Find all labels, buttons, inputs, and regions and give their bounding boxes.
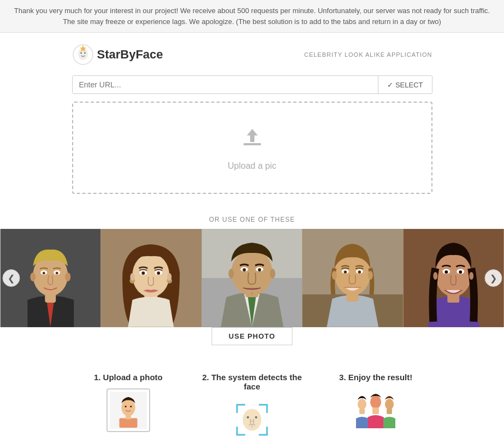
svg-point-49: [358, 270, 361, 274]
svg-point-76: [252, 426, 253, 427]
svg-point-73: [252, 421, 253, 422]
svg-point-67: [130, 406, 132, 408]
upload-zone[interactable]: Upload a pic: [72, 102, 432, 194]
use-photo-button[interactable]: USE PHOTO: [212, 327, 292, 345]
step-3: 3. Enjoy the result!: [319, 373, 432, 437]
app-header: StarByFace CELEBRITY LOOK ALIKE APPLICAT…: [72, 44, 432, 66]
or-use-label: OR USE ONE OF THESE: [0, 216, 504, 223]
url-row: ✓ SELECT: [72, 75, 432, 94]
svg-point-14: [42, 272, 45, 275]
logo-area: StarByFace: [72, 44, 163, 66]
svg-rect-63: [119, 418, 137, 428]
step-1-title: 1. Upload a photo: [72, 373, 185, 382]
svg-point-51: [368, 271, 373, 280]
svg-rect-78: [372, 408, 379, 414]
carousel-section: OR USE ONE OF THESE: [0, 216, 504, 345]
step-3-icon: [354, 388, 398, 432]
steps-section: 1. Upload a photo: [72, 373, 432, 437]
svg-point-3: [84, 52, 85, 54]
svg-point-79: [358, 399, 366, 410]
svg-point-71: [247, 417, 248, 418]
svg-point-17: [65, 273, 70, 281]
svg-point-61: [469, 272, 473, 280]
notice-text: Thank you very much for your interest in…: [14, 7, 490, 26]
svg-point-36: [242, 268, 246, 271]
svg-point-77: [370, 395, 381, 409]
face-man2-svg: [303, 229, 404, 327]
carousel-next-button[interactable]: ❯: [484, 269, 502, 287]
step-2-icon: [230, 398, 274, 437]
upload-label: Upload a pic: [84, 161, 420, 171]
carousel-item-4[interactable]: [303, 229, 404, 327]
svg-point-50: [332, 271, 337, 280]
svg-point-40: [251, 292, 253, 294]
face-detect-icon: [232, 399, 272, 438]
face-arnie-svg: [201, 229, 303, 327]
svg-point-29: [167, 273, 171, 281]
logo-icon: [72, 44, 94, 66]
svg-point-2: [80, 52, 81, 54]
face-woman1-svg: [101, 229, 202, 327]
svg-point-48: [344, 270, 347, 274]
svg-point-27: [157, 271, 160, 275]
svg-point-16: [30, 273, 35, 281]
carousel-prev-button[interactable]: ❮: [2, 269, 20, 287]
svg-point-74: [249, 424, 250, 426]
carousel-outer: ❮ ❯: [0, 229, 504, 327]
svg-point-37: [258, 268, 261, 271]
carousel-item-2[interactable]: [101, 229, 202, 327]
url-input[interactable]: [73, 76, 378, 93]
svg-rect-5: [244, 143, 261, 145]
logo-text: StarByFace: [97, 48, 163, 62]
svg-rect-80: [359, 409, 365, 414]
upload-icon: [84, 125, 420, 156]
upload-arrow-icon: [239, 125, 265, 151]
svg-point-39: [270, 269, 275, 279]
app-subtitle: CELEBRITY LOOK ALIKE APPLICATION: [304, 51, 432, 58]
use-photo-wrap: USE PHOTO: [0, 327, 504, 345]
step-1-icon: [106, 388, 150, 432]
svg-point-60: [433, 272, 437, 280]
step-1: 1. Upload a photo: [72, 373, 185, 437]
step-3-title: 3. Enjoy the result!: [319, 373, 432, 382]
svg-point-59: [459, 270, 462, 274]
svg-rect-82: [387, 409, 392, 414]
svg-marker-7: [247, 129, 258, 135]
select-button[interactable]: ✓ SELECT: [378, 76, 431, 93]
svg-point-38: [228, 269, 234, 279]
step-2: 2. The system detects the face: [195, 373, 309, 437]
svg-point-15: [55, 272, 58, 275]
svg-point-66: [125, 406, 127, 408]
svg-point-65: [121, 399, 135, 416]
svg-point-28: [130, 273, 134, 281]
svg-point-58: [444, 270, 448, 274]
top-notice: Thank you very much for your interest in…: [0, 0, 504, 33]
compare-people-icon: [354, 390, 398, 431]
photos-row: [0, 229, 504, 327]
svg-point-81: [385, 399, 394, 410]
upload-person-icon: [110, 391, 147, 429]
svg-point-68: [243, 409, 262, 430]
svg-point-75: [254, 424, 255, 426]
step-2-title: 2. The system detects the face: [195, 373, 309, 391]
carousel-item-3[interactable]: [201, 229, 303, 327]
svg-point-26: [141, 271, 145, 275]
svg-point-72: [256, 417, 257, 418]
